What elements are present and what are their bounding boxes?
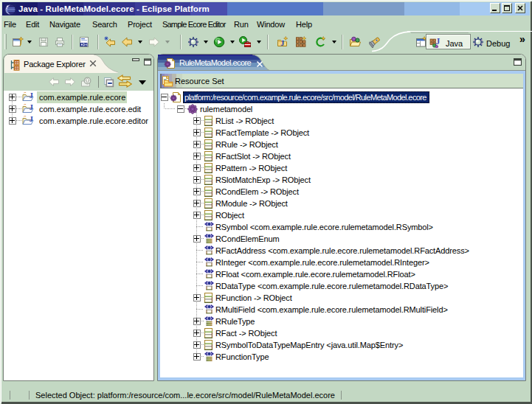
svg-text:J: J [30,103,33,111]
svg-text:J: J [436,37,441,46]
svg-text:J: J [30,91,33,100]
svg-text:J: J [280,39,284,47]
svg-text:J: J [30,115,33,123]
